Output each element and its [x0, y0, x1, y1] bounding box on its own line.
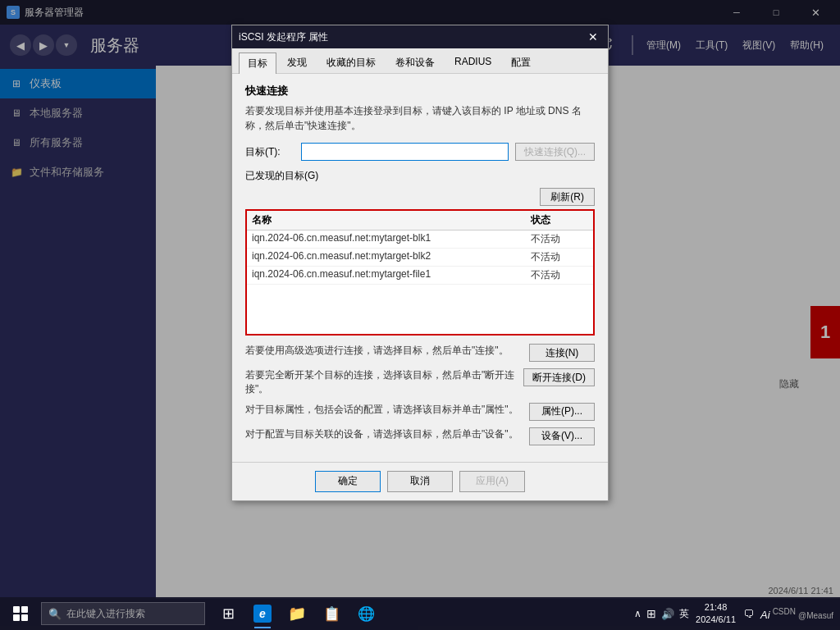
quick-connect-desc: 若要发现目标并使用基本连接登录到目标，请键入该目标的 IP 地址或 DNS 名称… — [245, 103, 595, 133]
task-view-icon: ⊞ — [219, 605, 237, 623]
volume-icon[interactable]: 🔊 — [661, 608, 674, 620]
taskbar-explorer[interactable]: 📁 — [281, 597, 313, 630]
devices-button[interactable]: 设备(V)... — [529, 427, 595, 445]
action-row-devices: 对于配置与目标关联的设备，请选择该目标，然后单击"设备"。 设备(V)... — [245, 427, 595, 445]
table-header: 名称 状态 — [247, 211, 593, 231]
row2-name: iqn.2024-06.cn.measuf.net:mytarget-file1 — [252, 268, 531, 282]
action-desc-devices: 对于配置与目标关联的设备，请选择该目标，然后单击"设备"。 — [245, 427, 523, 441]
quick-connect-button[interactable]: 快速连接(Q)... — [515, 143, 595, 161]
tab-radius[interactable]: RADIUS — [445, 52, 500, 73]
action-desc-properties: 对于目标属性，包括会话的配置，请选择该目标并单击"属性"。 — [245, 403, 523, 417]
target-input[interactable] — [301, 143, 509, 161]
clock[interactable]: 21:48 2024/6/11 — [696, 601, 736, 627]
action-row-connect: 若要使用高级选项进行连接，请选择目标，然后单击"连接"。 连接(N) — [245, 344, 595, 362]
clock-date: 2024/6/11 — [696, 614, 736, 626]
dialog-title: iSCSI 发起程序 属性 — [239, 30, 585, 44]
disconnect-button[interactable]: 断开连接(D) — [523, 368, 595, 386]
search-placeholder: 在此键入进行搜索 — [66, 607, 145, 621]
dialog-body: 快速连接 若要发现目标并使用基本连接登录到目标，请键入该目标的 IP 地址或 D… — [232, 74, 608, 462]
taskbar-apps: ⊞ e 📁 📋 🌐 — [212, 597, 382, 630]
table-empty-area — [247, 285, 593, 334]
dialog-close-button[interactable]: ✕ — [585, 29, 601, 45]
refresh-row: 刷新(R) — [245, 188, 595, 206]
row0-name: iqn.2024-06.cn.measuf.net:mytarget-blk1 — [252, 232, 531, 246]
tab-targets[interactable]: 目标 — [239, 52, 276, 74]
dialog-titlebar: iSCSI 发起程序 属性 ✕ — [232, 25, 608, 48]
target-field-row: 目标(T): 快速连接(Q)... — [245, 143, 595, 161]
chevron-up-icon[interactable]: ∧ — [634, 608, 641, 619]
quick-connect-title: 快速连接 — [245, 84, 595, 98]
tab-discovery[interactable]: 发现 — [278, 52, 316, 73]
cancel-button[interactable]: 取消 — [387, 471, 453, 492]
network-icon: 🌐 — [357, 605, 375, 623]
start-button[interactable] — [0, 597, 41, 630]
taskbar-network[interactable]: 🌐 — [349, 597, 382, 630]
explorer-icon: 📁 — [288, 605, 306, 623]
taskbar-edge[interactable]: e — [246, 597, 279, 630]
discovered-label: 已发现的目标(G) — [245, 169, 595, 183]
apply-button[interactable]: 应用(A) — [459, 471, 525, 492]
search-icon: 🔍 — [48, 608, 62, 620]
properties-button[interactable]: 属性(P)... — [529, 403, 595, 421]
col-name-header: 名称 — [252, 213, 531, 227]
action-row-properties: 对于目标属性，包括会话的配置，请选择该目标并单击"属性"。 属性(P)... — [245, 403, 595, 421]
connect-button[interactable]: 连接(N) — [529, 344, 595, 362]
action-section: 若要使用高级选项进行连接，请选择目标，然后单击"连接"。 连接(N) 若要完全断… — [245, 344, 595, 445]
action-desc-connect: 若要使用高级选项进行连接，请选择目标，然后单击"连接"。 — [245, 344, 523, 358]
edge-icon: e — [253, 605, 272, 623]
network-tray-icon[interactable]: ⊞ — [646, 607, 656, 620]
iscsi-dialog: iSCSI 发起程序 属性 ✕ 目标 发现 收藏的目标 卷和设备 RADIUS … — [231, 25, 609, 501]
search-box[interactable]: 🔍 在此键入进行搜索 — [41, 602, 205, 625]
ok-button[interactable]: 确定 — [315, 471, 381, 492]
windows-icon — [13, 606, 28, 621]
lang-indicator[interactable]: 英 — [679, 607, 689, 621]
table-row[interactable]: iqn.2024-06.cn.measuf.net:mytarget-blk1 … — [247, 231, 593, 249]
desktop: S 服务器管理器 ─ □ ✕ ◀ ▶ ▼ 服务器 管理(M) 工具(T) — [0, 0, 840, 630]
refresh-button[interactable]: 刷新(R) — [540, 188, 595, 206]
row1-name: iqn.2024-06.cn.measuf.net:mytarget-blk2 — [252, 250, 531, 264]
action-row-disconnect: 若要完全断开某个目标的连接，选择该目标，然后单击"断开连接"。 断开连接(D) — [245, 368, 595, 396]
tab-favorite-targets[interactable]: 收藏的目标 — [317, 52, 385, 73]
clock-time: 21:48 — [696, 601, 736, 614]
row1-status: 不活动 — [531, 250, 588, 264]
system-tray: ∧ ⊞ 🔊 英 — [634, 607, 689, 621]
dialog-tabs: 目标 发现 收藏的目标 卷和设备 RADIUS 配置 — [232, 48, 608, 74]
targets-table: 名称 状态 iqn.2024-06.cn.measuf.net:mytarget… — [245, 209, 595, 336]
dialog-footer: 确定 取消 应用(A) — [232, 462, 608, 500]
target-label: 目标(T): — [245, 145, 294, 159]
notification-button[interactable]: 🗨 — [742, 608, 754, 619]
row2-status: 不活动 — [531, 268, 588, 282]
table-row[interactable]: iqn.2024-06.cn.measuf.net:mytarget-blk2 … — [247, 249, 593, 267]
action-desc-disconnect: 若要完全断开某个目标的连接，选择该目标，然后单击"断开连接"。 — [245, 368, 517, 396]
table-row[interactable]: iqn.2024-06.cn.measuf.net:mytarget-file1… — [247, 267, 593, 285]
tab-config[interactable]: 配置 — [502, 52, 540, 73]
taskbar-task-view[interactable]: ⊞ — [212, 597, 244, 630]
taskbar: 🔍 在此键入进行搜索 ⊞ e 📁 📋 🌐 ∧ ⊞ 🔊 — [0, 597, 840, 630]
row0-status: 不活动 — [531, 232, 588, 246]
dialog-overlay: iSCSI 发起程序 属性 ✕ 目标 发现 收藏的目标 卷和设备 RADIUS … — [0, 0, 840, 599]
col-status-header: 状态 — [531, 213, 588, 227]
notepad-icon: 📋 — [322, 605, 340, 623]
taskbar-notepad[interactable]: 📋 — [315, 597, 348, 630]
tab-volumes[interactable]: 卷和设备 — [386, 52, 444, 73]
taskbar-right: ∧ ⊞ 🔊 英 21:48 2024/6/11 🗨 Ai CSDN @Measu… — [634, 601, 840, 627]
ai-label-text: Ai CSDN @Measuf — [760, 607, 833, 621]
